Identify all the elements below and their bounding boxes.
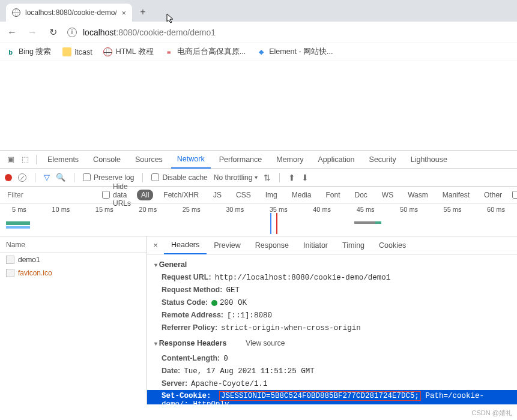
detail-tabs: × Headers Preview Response Initiator Tim…	[147, 236, 517, 254]
bookmark-bing[interactable]: bBing 搜索	[6, 47, 52, 57]
view-source-link[interactable]: View source	[246, 339, 285, 347]
tab-elements[interactable]: Elements	[41, 151, 85, 169]
folder-icon	[62, 47, 71, 56]
response-headers-section[interactable]: Response Headers	[154, 337, 234, 350]
export-icon[interactable]: ⬇	[301, 173, 309, 182]
detail-tab-headers[interactable]: Headers	[164, 236, 207, 254]
type-all[interactable]: All	[137, 190, 153, 200]
globe-icon	[103, 47, 112, 56]
filter-icon[interactable]: ▽	[44, 173, 50, 182]
general-section[interactable]: General	[147, 258, 517, 271]
page-content	[0, 61, 517, 150]
address-text: localhost:8080/cookie-demo/demo1	[83, 28, 216, 37]
filter-input[interactable]	[6, 190, 96, 200]
import-icon[interactable]: ⬆	[288, 173, 295, 182]
type-ws[interactable]: WS	[378, 190, 398, 200]
network-filter-bar: Hide data URLs All Fetch/XHR JS CSS Img …	[0, 187, 517, 203]
back-button[interactable]: ←	[6, 27, 18, 38]
cursor-icon	[166, 13, 175, 24]
tab-application[interactable]: Application	[312, 151, 360, 169]
request-row[interactable]: demo1	[0, 253, 147, 266]
request-list-header[interactable]: Name	[0, 236, 147, 253]
search-icon[interactable]: 🔍	[56, 173, 65, 182]
reload-button[interactable]: ↻	[47, 26, 59, 38]
detail-tab-preview[interactable]: Preview	[207, 236, 247, 254]
network-conditions-icon[interactable]: ⇅	[264, 173, 271, 182]
file-icon	[6, 269, 14, 277]
bookmark-itcast[interactable]: itcast	[62, 47, 92, 56]
browser-tab[interactable]: localhost:8080/cookie-demo/d ×	[6, 4, 132, 22]
file-icon	[6, 256, 14, 264]
close-icon[interactable]: ×	[121, 8, 126, 17]
devtools: ▣ ⬚ Elements Console Sources Network Per…	[0, 150, 517, 404]
type-wasm[interactable]: Wasm	[404, 190, 432, 200]
tab-console[interactable]: Console	[87, 151, 127, 169]
tab-sources[interactable]: Sources	[129, 151, 169, 169]
type-doc[interactable]: Doc	[350, 190, 371, 200]
type-font[interactable]: Font	[321, 190, 344, 200]
bookmarks-bar: bBing 搜索 itcast HTML 教程 ≡电商后台高保真原... ◆El…	[0, 43, 517, 61]
inspect-icon[interactable]: ▣	[5, 155, 17, 164]
detail-tab-response[interactable]: Response	[248, 236, 296, 254]
disable-cache-checkbox[interactable]: Disable cache	[151, 173, 207, 182]
type-other[interactable]: Other	[480, 190, 506, 200]
type-css[interactable]: CSS	[232, 190, 255, 200]
set-cookie-row[interactable]: Set-Cookie: JSESSIONID=5B8C524F0BD885BF2…	[147, 390, 517, 404]
network-controls: ▽ 🔍 Preserve log Disable cache No thrott…	[0, 169, 517, 187]
request-row[interactable]: favicon.ico	[0, 266, 147, 280]
tab-network[interactable]: Network	[171, 151, 211, 169]
close-detail-button[interactable]: ×	[147, 241, 164, 250]
new-tab-button[interactable]: +	[135, 4, 151, 20]
bookmark-element[interactable]: ◆Element - 网站快...	[256, 47, 333, 57]
bookmark-html[interactable]: HTML 教程	[103, 47, 154, 57]
globe-icon	[12, 8, 20, 17]
device-icon[interactable]: ⬚	[19, 155, 31, 164]
element-icon: ◆	[256, 47, 265, 56]
request-detail: × Headers Preview Response Initiator Tim…	[147, 236, 517, 404]
tab-security[interactable]: Security	[363, 151, 402, 169]
tab-memory[interactable]: Memory	[270, 151, 309, 169]
clear-button[interactable]	[18, 173, 26, 182]
type-manifest[interactable]: Manifest	[438, 190, 474, 200]
jsessionid-highlight: JSESSIONID=5B8C524F0BD885BF277CD281724E7…	[219, 391, 421, 401]
network-timeline[interactable]: 5 ms10 ms15 ms20 ms25 ms30 ms35 ms40 ms4…	[0, 203, 517, 236]
throttling-dropdown[interactable]: No throttling	[214, 173, 258, 182]
status-dot-icon	[211, 300, 217, 306]
tab-lighthouse[interactable]: Lighthouse	[405, 151, 453, 169]
detail-tab-timing[interactable]: Timing	[335, 236, 372, 254]
detail-tab-cookies[interactable]: Cookies	[372, 236, 413, 254]
devtools-tabs: ▣ ⬚ Elements Console Sources Network Per…	[0, 151, 517, 169]
bookmark-ecommerce[interactable]: ≡电商后台高保真原...	[165, 47, 246, 57]
type-media[interactable]: Media	[288, 190, 316, 200]
type-img[interactable]: Img	[261, 190, 282, 200]
address-bar[interactable]: i localhost:8080/cookie-demo/demo1	[67, 28, 511, 37]
forward-button[interactable]: →	[26, 27, 38, 38]
request-list: Name demo1 favicon.ico	[0, 236, 147, 404]
tab-strip: localhost:8080/cookie-demo/d × +	[0, 0, 517, 22]
site-info-icon[interactable]: i	[67, 28, 77, 37]
preserve-log-checkbox[interactable]: Preserve log	[83, 173, 134, 182]
tab-title: localhost:8080/cookie-demo/d	[25, 8, 116, 17]
bing-icon: b	[6, 47, 15, 56]
type-fetch[interactable]: Fetch/XHR	[159, 190, 203, 200]
type-js[interactable]: JS	[209, 190, 226, 200]
browser-toolbar: ← → ↻ i localhost:8080/cookie-demo/demo1	[0, 22, 517, 43]
detail-tab-initiator[interactable]: Initiator	[296, 236, 335, 254]
record-button[interactable]	[5, 174, 12, 181]
axure-icon: ≡	[165, 47, 174, 56]
detail-body[interactable]: General Request URL:http://localhost:808…	[147, 254, 517, 404]
tab-performance[interactable]: Performance	[213, 151, 268, 169]
